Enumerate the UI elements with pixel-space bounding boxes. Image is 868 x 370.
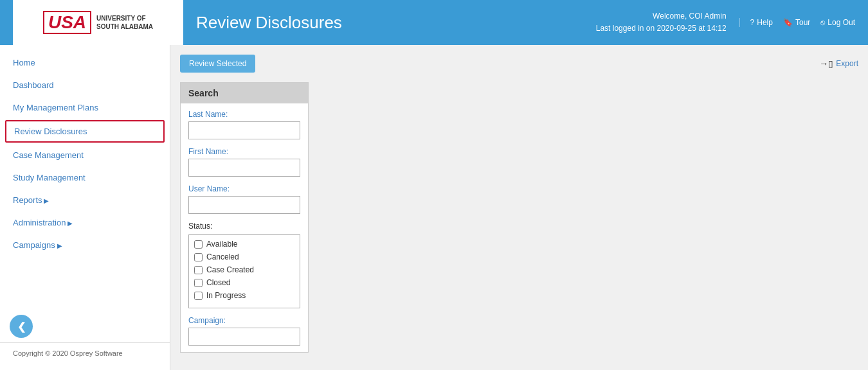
sidebar-item-campaigns[interactable]: Campaigns	[0, 234, 170, 256]
welcome-text: Welcome, COI Admin	[596, 10, 727, 22]
sidebar: Home Dashboard My Management Plans Revie…	[0, 45, 170, 370]
toolbar: Review Selected →▯ Export	[180, 55, 858, 73]
sidebar-item-home[interactable]: Home	[0, 51, 170, 74]
sidebar-item-reports[interactable]: Reports	[0, 189, 170, 211]
export-label: Export	[836, 59, 858, 68]
sidebar-item-my-management-plans[interactable]: My Management Plans	[0, 96, 170, 119]
status-list: Available Canceled Case Created Clo	[189, 235, 300, 304]
sidebar-item-study-management[interactable]: Study Management	[0, 166, 170, 189]
logo-usa-text: USA	[43, 11, 91, 34]
status-checkbox-in-progress[interactable]	[194, 292, 203, 300]
status-label-closed: Closed	[206, 278, 230, 287]
help-link[interactable]: ? Help	[750, 18, 773, 27]
main-layout: Home Dashboard My Management Plans Revie…	[0, 45, 868, 370]
tour-icon: 🔖	[783, 18, 793, 27]
logo-subtitle: UNIVERSITY OF SOUTH ALABAMA	[96, 14, 153, 31]
status-checkbox-available[interactable]	[194, 240, 203, 249]
page-title: Review Disclosures	[183, 13, 596, 33]
status-checkbox-case-created[interactable]	[194, 266, 203, 274]
last-login-text: Last logged in on 2020-09-25 at 14:12	[596, 22, 727, 35]
status-item-closed[interactable]: Closed	[192, 276, 297, 289]
campaign-input[interactable]	[188, 328, 300, 346]
sidebar-footer: Copyright © 2020 Osprey Software	[0, 342, 170, 364]
export-link[interactable]: →▯ Export	[819, 58, 858, 69]
status-item-case-created[interactable]: Case Created	[192, 263, 297, 276]
status-label-available: Available	[206, 240, 237, 249]
header-actions: ? Help 🔖 Tour ⎋ Log Out	[739, 18, 855, 27]
status-item-canceled[interactable]: Canceled	[192, 251, 297, 263]
status-label-canceled: Canceled	[206, 252, 239, 261]
content-area: Review Selected →▯ Export Search Last Na…	[170, 45, 868, 370]
first-name-input[interactable]	[188, 159, 300, 177]
app-header: USA UNIVERSITY OF SOUTH ALABAMA Review D…	[0, 0, 868, 45]
search-panel-body: Last Name: First Name: User Name: Status…	[181, 103, 308, 352]
user-info: Welcome, COI Admin Last logged in on 202…	[596, 10, 727, 35]
user-name-input[interactable]	[188, 196, 300, 214]
sidebar-item-case-management[interactable]: Case Management	[0, 144, 170, 166]
status-item-in-progress[interactable]: In Progress	[192, 289, 297, 302]
sidebar-item-administration[interactable]: Administration	[0, 211, 170, 234]
status-list-container[interactable]: Available Canceled Case Created Clo	[188, 234, 300, 308]
header-right: Welcome, COI Admin Last logged in on 202…	[596, 10, 855, 35]
status-checkbox-canceled[interactable]	[194, 253, 203, 261]
first-name-label: First Name:	[188, 147, 300, 156]
status-label-in-progress: In Progress	[206, 291, 246, 300]
tour-link[interactable]: 🔖 Tour	[783, 18, 810, 27]
search-panel-title: Search	[181, 83, 308, 103]
export-icon: →▯	[819, 58, 833, 69]
logout-icon: ⎋	[820, 18, 825, 27]
sidebar-item-dashboard[interactable]: Dashboard	[0, 74, 170, 96]
last-name-label: Last Name:	[188, 110, 300, 119]
status-checkbox-closed[interactable]	[194, 279, 203, 287]
user-name-label: User Name:	[188, 184, 300, 193]
review-selected-button[interactable]: Review Selected	[180, 55, 255, 73]
campaign-label: Campaign:	[188, 316, 300, 325]
sidebar-nav: Home Dashboard My Management Plans Revie…	[0, 51, 170, 342]
status-item-available[interactable]: Available	[192, 238, 297, 251]
logo: USA UNIVERSITY OF SOUTH ALABAMA	[43, 11, 153, 34]
logo-area: USA UNIVERSITY OF SOUTH ALABAMA	[13, 0, 183, 45]
last-name-input[interactable]	[188, 121, 300, 139]
status-label: Status:	[188, 222, 300, 231]
question-icon: ?	[750, 18, 755, 27]
sidebar-toggle-button[interactable]: ❮	[10, 315, 33, 338]
status-label-case-created: Case Created	[206, 265, 254, 274]
search-panel: Search Last Name: First Name: User Name:…	[180, 82, 309, 353]
sidebar-item-review-disclosures[interactable]: Review Disclosures	[5, 120, 165, 143]
logout-link[interactable]: ⎋ Log Out	[820, 18, 855, 27]
campaign-section: Campaign:	[188, 316, 300, 346]
